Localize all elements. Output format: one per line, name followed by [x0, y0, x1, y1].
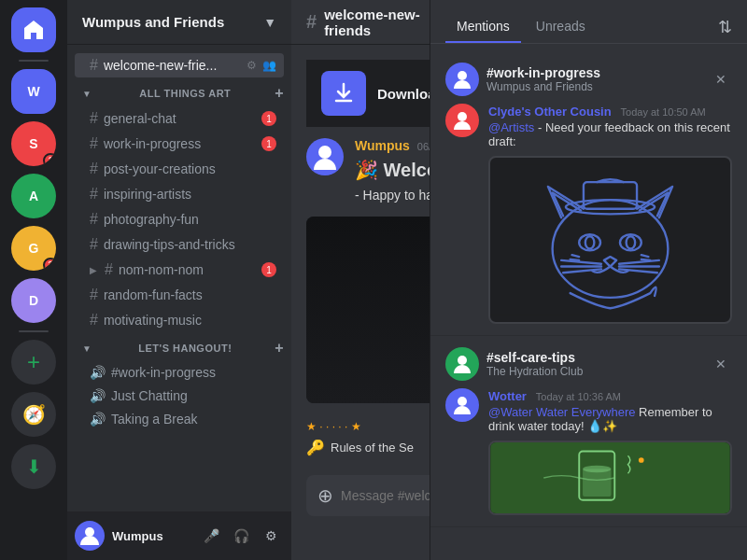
wumpus-server-icon[interactable]: W: [11, 69, 56, 114]
discover-icon[interactable]: 🧭: [11, 392, 56, 437]
notif-message-selfcare: Wotter Today at 10:36 AM @Water Water Ev…: [445, 388, 732, 515]
channel-item-welcome[interactable]: # welcome-new-frie... ⚙ 👥: [75, 53, 284, 77]
unread-badge: 1: [261, 136, 276, 151]
voice-channel-break[interactable]: 🔊 Taking a Break: [75, 408, 284, 430]
channel-name: nom-nom-nom: [119, 262, 256, 277]
category-hangout: ▼ LET'S HANGOUT! + 🔊 #work-in-progress 🔊…: [67, 336, 291, 430]
add-server-button[interactable]: +: [11, 340, 56, 385]
server2-icon[interactable]: S 1: [11, 121, 56, 166]
svg-line-25: [571, 259, 580, 260]
hash-icon: #: [90, 287, 98, 303]
download-icon: [321, 71, 366, 116]
voice-channel-chat[interactable]: 🔊 Just Chatting: [75, 385, 284, 407]
channel-hash-icon: #: [306, 11, 317, 33]
wumpus-avatar: [306, 138, 344, 175]
notification-tabs: Mentions Unreads ⇅: [430, 0, 747, 44]
category-header-art[interactable]: ▼ ALL THINGS ART +: [67, 81, 291, 105]
mic-button[interactable]: 🎤: [198, 523, 224, 549]
channel-name: general-chat: [104, 111, 256, 126]
hash-icon: #: [90, 110, 98, 127]
voice-channel-name-chat: Just Chatting: [111, 388, 188, 403]
settings-icon: ⚙: [247, 59, 257, 72]
server3-icon[interactable]: A: [11, 174, 56, 218]
notif-timestamp-work: Today at 10:50 AM: [621, 106, 706, 118]
category-header-hangout[interactable]: ▼ LET'S HANGOUT! +: [67, 336, 291, 360]
notif-channel-name-selfcare: #self-care-tips: [486, 350, 702, 365]
home-server-icon[interactable]: [11, 7, 56, 52]
hash-icon: #: [90, 135, 98, 152]
avatar: [75, 521, 105, 551]
server2-badge: 1: [43, 153, 56, 166]
settings-button[interactable]: ⚙: [258, 523, 284, 549]
channel-item-nom[interactable]: ▶ # nom-nom-nom 1: [75, 258, 284, 282]
add-channel-hangout[interactable]: +: [275, 340, 284, 357]
svg-line-27: [641, 259, 651, 260]
username: Wumpus: [112, 529, 190, 543]
voice-channel-name-draw: #work-in-progress: [111, 365, 216, 380]
svg-rect-32: [583, 469, 611, 497]
voice-channel-name-break: Taking a Break: [111, 412, 198, 427]
unread-badge: 1: [261, 111, 276, 126]
sort-button[interactable]: ⇅: [718, 17, 732, 37]
hash-icon: #: [90, 312, 98, 329]
server-divider: [19, 60, 49, 62]
channel-item-photography[interactable]: # photography-fun: [75, 207, 284, 231]
add-channel-art[interactable]: +: [275, 85, 284, 102]
members-icon: 👥: [262, 59, 276, 72]
notif-channel-info-work: #work-in-progress Wumpus and Friends: [486, 65, 702, 93]
server5-icon[interactable]: D: [11, 278, 56, 323]
notification-list: #work-in-progress Wumpus and Friends ✕ C…: [430, 44, 747, 560]
category-label-hangout: LET'S HANGOUT!: [138, 343, 232, 354]
server-name: Wumpus and Friends: [82, 14, 224, 30]
notif-msg-body-selfcare: Wotter Today at 10:36 AM @Water Water Ev…: [488, 388, 732, 515]
channel-name: motivating-music: [104, 313, 276, 328]
notif-header-work: #work-in-progress Wumpus and Friends ✕: [445, 63, 732, 96]
channel-item-random[interactable]: # random-fun-facts: [75, 283, 284, 307]
svg-point-28: [458, 356, 467, 365]
user-area: Wumpus 🎤 🎧 ⚙: [67, 511, 291, 560]
close-notif-work[interactable]: ✕: [710, 68, 732, 91]
notif-channel-info-selfcare: #self-care-tips The Hydration Club: [486, 350, 702, 378]
cat-sketch-svg: [490, 158, 730, 322]
channel-item-drawing-tips[interactable]: # drawing-tips-and-tricks: [75, 232, 284, 257]
collapse-icon: ▼: [82, 89, 92, 99]
message-author: Wumpus: [355, 138, 410, 153]
notif-author-line: Clyde's Other Cousin Today at 10:50 AM: [488, 104, 732, 119]
channel-item-work-in-progress[interactable]: # work-in-progress 1: [75, 132, 284, 156]
svg-rect-10: [490, 164, 730, 315]
svg-point-8: [458, 71, 467, 80]
server4-badge: 3: [43, 258, 56, 271]
svg-point-29: [458, 397, 467, 406]
tab-unreads[interactable]: Unreads: [525, 11, 597, 43]
close-notif-selfcare[interactable]: ✕: [710, 353, 732, 375]
notif-image-cat: [488, 156, 732, 324]
notif-image-water: [488, 441, 732, 515]
headset-button[interactable]: 🎧: [228, 523, 254, 549]
add-attachment-button[interactable]: ⊕: [317, 484, 333, 507]
notif-mention-work: @Artists: [488, 120, 534, 134]
voice-channel-draw[interactable]: 🔊 #work-in-progress: [75, 361, 284, 384]
download-server-icon[interactable]: ⬇: [11, 444, 56, 489]
key-icon: 🔑: [306, 439, 325, 456]
hash-icon: #: [90, 186, 98, 203]
category-label-art: ALL THINGS ART: [139, 88, 231, 99]
tab-mentions[interactable]: Mentions: [445, 11, 521, 43]
chevron-down-icon: ▼: [263, 15, 276, 30]
channel-list: # welcome-new-frie... ⚙ 👥 ▼ ALL THINGS A…: [67, 45, 291, 511]
notif-avatar-selfcare: [445, 388, 479, 422]
server-sidebar: W S 1 A G 3 D + 🧭 ⬇: [0, 0, 67, 560]
channel-item-post-creations[interactable]: # post-your-creations: [75, 157, 284, 181]
channel-item-general-chat[interactable]: # general-chat 1: [75, 106, 284, 131]
rules-label: Rules of the Se: [331, 441, 414, 455]
hash-icon: #: [90, 161, 98, 177]
server-header[interactable]: Wumpus and Friends ▼: [67, 0, 291, 45]
water-svg: [490, 442, 730, 513]
hash-icon: #: [105, 261, 113, 278]
channel-name: work-in-progress: [104, 136, 256, 151]
channel-item-music[interactable]: # motivating-music: [75, 308, 284, 332]
notif-channel-icon-selfcare: [445, 347, 479, 381]
server4-icon[interactable]: G 3: [11, 226, 56, 271]
hash-icon: #: [90, 57, 98, 74]
stars-text: ★ · · · · · ★: [306, 420, 361, 433]
channel-item-inspiring-artists[interactable]: # inspiring-artists: [75, 182, 284, 206]
